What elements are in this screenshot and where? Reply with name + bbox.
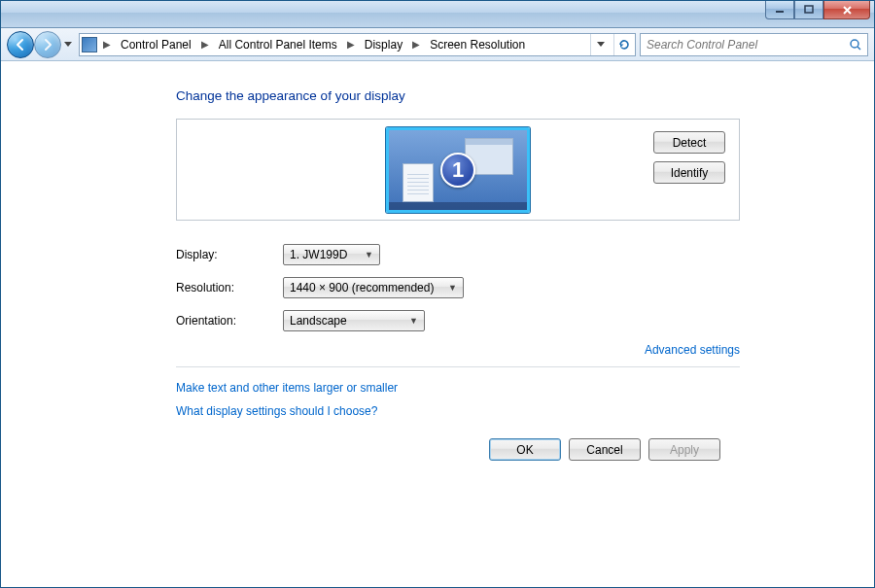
forward-button[interactable]: [34, 31, 61, 58]
identify-button[interactable]: Identify: [653, 161, 725, 184]
nav-arrows: [7, 31, 75, 58]
chevron-down-icon: ▼: [448, 283, 457, 293]
separator: [176, 366, 740, 367]
window-controls: [765, 1, 870, 27]
minimize-button[interactable]: [765, 1, 794, 19]
display-preview: 1 Detect Identify: [176, 119, 740, 221]
breadcrumb-item[interactable]: Display: [361, 36, 406, 53]
titlebar: [1, 1, 874, 28]
chevron-right-icon: ▶: [199, 39, 211, 50]
text-size-link[interactable]: Make text and other items larger or smal…: [176, 381, 740, 395]
help-link[interactable]: What display settings should I choose?: [176, 404, 740, 418]
svg-point-2: [851, 40, 858, 48]
search-box[interactable]: [640, 33, 868, 56]
display-label: Display:: [176, 248, 283, 261]
chevron-right-icon: ▶: [101, 39, 113, 50]
close-button[interactable]: [823, 1, 870, 19]
advanced-settings-link[interactable]: Advanced settings: [645, 343, 740, 357]
back-button[interactable]: [7, 31, 34, 58]
chevron-down-icon: ▼: [409, 316, 418, 326]
display-select[interactable]: 1. JW199D ▼: [283, 244, 380, 265]
svg-rect-0: [776, 11, 784, 13]
orientation-select-value: Landscape: [290, 314, 402, 328]
content-area: Change the appearance of your display 1 …: [1, 61, 874, 587]
monitor-window-icon: [402, 163, 434, 202]
breadcrumb-item[interactable]: Screen Resolution: [426, 36, 529, 53]
breadcrumb-item[interactable]: Control Panel: [117, 36, 195, 53]
apply-button[interactable]: Apply: [648, 438, 720, 461]
page-title: Change the appearance of your display: [176, 88, 740, 103]
nav-history-dropdown[interactable]: [61, 34, 75, 55]
dialog-buttons: OK Cancel Apply: [489, 438, 720, 461]
ok-button[interactable]: OK: [489, 438, 561, 461]
chevron-right-icon: ▶: [345, 39, 357, 50]
search-icon[interactable]: [848, 37, 863, 52]
navigation-bar: ▶ Control Panel ▶ All Control Panel Item…: [1, 28, 874, 61]
control-panel-icon: [82, 37, 97, 52]
cancel-button[interactable]: Cancel: [569, 438, 641, 461]
monitor-taskbar-icon: [389, 202, 527, 210]
monitor-thumbnail[interactable]: 1: [386, 127, 530, 213]
maximize-button[interactable]: [794, 1, 823, 19]
refresh-button[interactable]: [613, 34, 633, 55]
resolution-label: Resolution:: [176, 281, 283, 294]
search-input[interactable]: [645, 37, 848, 52]
breadcrumb-item[interactable]: All Control Panel Items: [215, 36, 341, 53]
chevron-right-icon: ▶: [410, 39, 422, 50]
screen-resolution-window: ▶ Control Panel ▶ All Control Panel Item…: [0, 0, 875, 588]
resolution-select-value: 1440 × 900 (recommended): [290, 281, 440, 294]
address-bar[interactable]: ▶ Control Panel ▶ All Control Panel Item…: [79, 33, 636, 56]
svg-rect-1: [805, 6, 813, 13]
svg-line-3: [858, 47, 860, 50]
display-select-value: 1. JW199D: [290, 248, 357, 261]
address-dropdown-button[interactable]: [590, 34, 610, 55]
detect-button[interactable]: Detect: [653, 131, 725, 154]
orientation-select[interactable]: Landscape ▼: [283, 310, 425, 331]
chevron-down-icon: ▼: [365, 250, 373, 259]
monitor-number-badge: 1: [440, 153, 475, 188]
orientation-label: Orientation:: [176, 314, 283, 328]
resolution-select[interactable]: 1440 × 900 (recommended) ▼: [283, 277, 464, 298]
